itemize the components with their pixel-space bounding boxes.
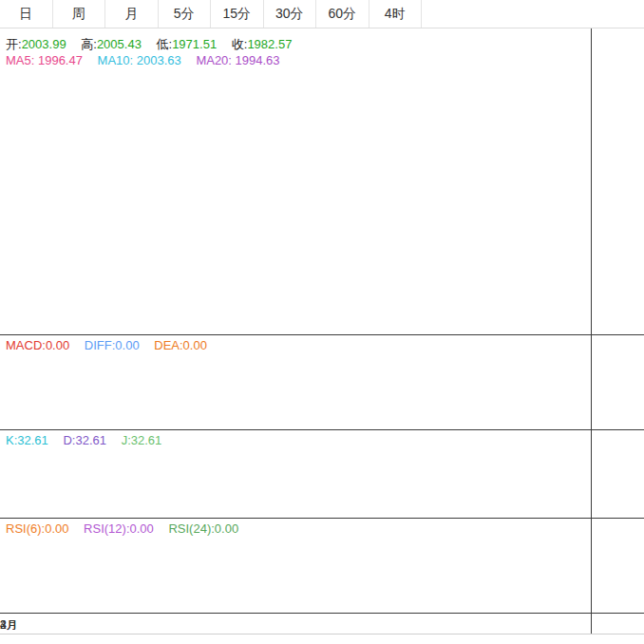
- current-price-badge: 1982.57: [592, 28, 643, 46]
- k-value: K:32.61: [6, 433, 48, 447]
- tab-15min[interactable]: 15分: [211, 0, 264, 28]
- tab-5min[interactable]: 5分: [159, 0, 212, 28]
- tab-30min[interactable]: 30分: [264, 0, 317, 28]
- divider: [0, 634, 644, 635]
- x-axis-label-apr: 4月: [0, 617, 18, 634]
- rsi12-value: RSI(12):0.00: [84, 521, 154, 536]
- divider: [0, 613, 644, 614]
- ma-readout: MA5: 1996.47 MA10: 2003.63 MA20: 1994.63: [6, 53, 292, 67]
- macd-readout: MACD:0.00 DIFF:0.00 DEA:0.00: [6, 338, 218, 352]
- ohlc-close-value: 1982.57: [247, 37, 292, 51]
- tab-60min[interactable]: 60分: [316, 0, 369, 28]
- ohlc-close-label: 收:: [232, 37, 248, 51]
- divider: [0, 429, 644, 430]
- ma10-value: MA10: 2003.63: [98, 53, 181, 67]
- ohlc-readout: 开:2003.99 高:2005.43 低:1971.51 收:1982.57: [6, 36, 303, 53]
- ma5-value: MA5: 1996.47: [6, 53, 83, 67]
- ohlc-high-label: 高:: [81, 37, 97, 51]
- ohlc-open-value: 2003.99: [22, 37, 66, 51]
- macd-panel: MACD:0.00 DIFF:0.00 DEA:0.00: [0, 335, 591, 430]
- ohlc-low-label: 低:: [157, 37, 173, 51]
- candlestick-chart[interactable]: [0, 28, 591, 335]
- main-chart-panel: 开:2003.99 高:2005.43 低:1971.51 收:1982.57 …: [0, 28, 591, 335]
- trading-chart-app: 日 周 月 5分 15分 30分 60分 4时 开:2003.99 高:2005…: [0, 0, 644, 644]
- tab-month[interactable]: 月: [105, 0, 159, 28]
- timeframe-tabbar: 日 周 月 5分 15分 30分 60分 4时: [0, 0, 644, 28]
- tab-day[interactable]: 日: [0, 0, 53, 28]
- ohlc-high-value: 2005.43: [97, 37, 142, 51]
- ohlc-open-label: 开:: [6, 37, 22, 51]
- tab-week[interactable]: 周: [53, 0, 106, 28]
- divider: [0, 518, 644, 519]
- rsi-panel: RSI(6):0.00 RSI(12):0.00 RSI(24):0.00: [0, 519, 591, 614]
- x-axis-row: 2月 3月 4月: [0, 614, 644, 635]
- price-axis-column: 1982.57: [591, 28, 644, 635]
- kdj-readout: K:32.61 D:32.61 J:32.61: [6, 433, 173, 447]
- kdj-panel: K:32.61 D:32.61 J:32.61: [0, 430, 591, 519]
- macd-value: MACD:0.00: [6, 338, 69, 352]
- rsi24-value: RSI(24):0.00: [168, 521, 238, 536]
- diff-value: DIFF:0.00: [85, 338, 140, 352]
- rsi-readout: RSI(6):0.00 RSI(12):0.00 RSI(24):0.00: [6, 521, 250, 536]
- dea-value: DEA:0.00: [154, 338, 207, 352]
- divider: [0, 334, 644, 335]
- d-value: D:32.61: [63, 433, 106, 447]
- ohlc-low-value: 1971.51: [172, 37, 217, 51]
- tab-4hour[interactable]: 4时: [369, 0, 423, 28]
- ma20-value: MA20: 1994.63: [196, 53, 279, 67]
- j-value: J:32.61: [122, 433, 162, 447]
- rsi6-value: RSI(6):0.00: [6, 521, 68, 536]
